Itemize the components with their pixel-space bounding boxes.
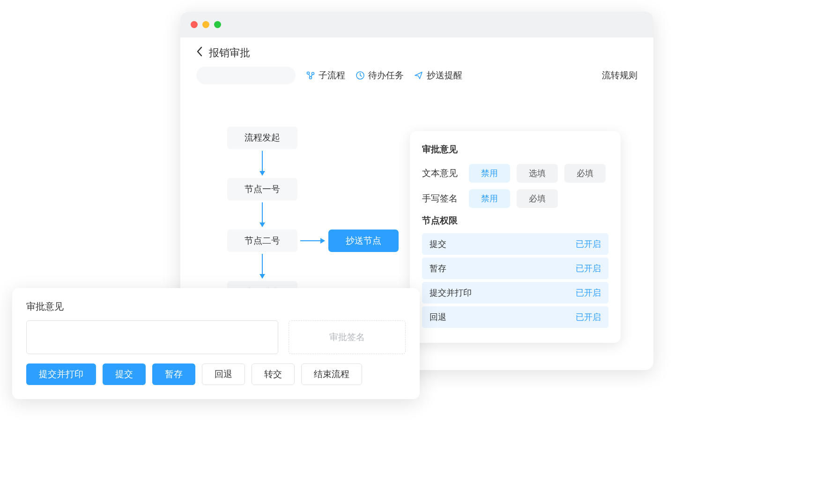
cc-notice-label: 抄送提醒 [427,69,462,82]
transfer-button[interactable]: 转交 [252,363,295,385]
flow-arrow-icon [262,254,263,278]
perm-status: 已开启 [576,263,601,274]
page-title: 报销审批 [209,46,250,60]
hand-sign-disabled[interactable]: 禁用 [469,189,510,208]
perm-name: 提交并打印 [430,287,472,298]
perm-name: 暂存 [430,263,446,274]
header: 报销审批 [180,37,653,60]
hand-sign-required[interactable]: 必填 [517,189,558,208]
perm-name: 回退 [430,311,446,323]
approval-input-row: 审批签名 [26,320,406,354]
pending-button[interactable]: 待办任务 [356,69,404,82]
flow-arrow-icon [262,202,263,227]
approval-actions: 提交并打印 提交 暂存 回退 转交 结束流程 [26,363,406,385]
text-opinion-optional[interactable]: 选填 [517,164,558,183]
pending-label: 待办任务 [368,69,404,82]
flow-node-cc[interactable]: 抄送节点 [328,230,399,252]
flow-node-1[interactable]: 节点一号 [227,178,297,200]
end-flow-button[interactable]: 结束流程 [301,363,362,385]
perm-status: 已开启 [576,287,601,298]
minimize-icon[interactable] [202,21,209,28]
perm-row[interactable]: 提交 已开启 [422,233,608,255]
hand-sign-row: 手写签名 禁用 必填 [422,189,608,208]
settings-panel: 审批意见 文本意见 禁用 选填 必填 手写签名 禁用 必填 节点权限 提交 已开… [410,131,621,343]
submit-print-button[interactable]: 提交并打印 [26,363,96,385]
approval-card: 审批意见 审批签名 提交并打印 提交 暂存 回退 转交 结束流程 [12,288,420,399]
perm-name: 提交 [430,238,446,250]
flow-node-start[interactable]: 流程发起 [227,126,297,149]
cc-notice-button[interactable]: 抄送提醒 [414,69,462,82]
subflow-label: 子流程 [319,69,345,82]
titlebar [180,12,653,37]
submit-button[interactable]: 提交 [103,363,146,385]
close-icon[interactable] [191,21,198,28]
approval-title: 审批意见 [26,300,406,313]
opinion-textarea[interactable] [26,320,278,354]
clock-icon [356,71,365,80]
back-icon[interactable] [196,46,202,59]
perm-section-title: 节点权限 [422,215,608,227]
text-opinion-required[interactable]: 必填 [564,164,606,183]
back-button[interactable]: 回退 [202,363,245,385]
send-icon [414,71,423,80]
draft-button[interactable]: 暂存 [152,363,195,385]
text-opinion-label: 文本意见 [422,167,462,179]
subflow-button[interactable]: 子流程 [306,69,345,82]
rules-button[interactable]: 流转规则 [602,69,637,82]
perm-row[interactable]: 回退 已开启 [422,306,608,328]
perm-row[interactable]: 提交并打印 已开启 [422,282,608,304]
text-opinion-disabled[interactable]: 禁用 [469,164,510,183]
flow-arrow-icon [300,240,325,241]
subflow-icon [306,71,315,80]
hand-sign-label: 手写签名 [422,193,462,205]
toolbar: 子流程 待办任务 抄送提醒 流转规则 [180,60,653,84]
perm-status: 已开启 [576,238,601,250]
search-pill[interactable] [196,67,296,84]
opinion-section-title: 审批意见 [422,143,608,156]
text-opinion-row: 文本意见 禁用 选填 必填 [422,164,608,183]
perm-status: 已开启 [576,311,601,323]
flow-arrow-icon [262,151,263,175]
flow-node-2[interactable]: 节点二号 [227,230,297,252]
signature-box[interactable]: 审批签名 [289,320,406,354]
perm-row[interactable]: 暂存 已开启 [422,258,608,279]
maximize-icon[interactable] [214,21,221,28]
